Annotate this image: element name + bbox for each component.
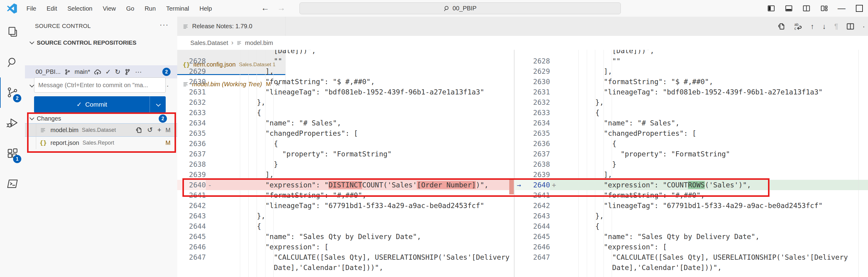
code-line: [Date]))", [206, 50, 514, 56]
line-number-gutter: 2632 [177, 97, 206, 107]
next-change-icon[interactable]: ↓ [823, 22, 826, 31]
git-graph-icon[interactable] [124, 69, 131, 75]
change-row-report.json[interactable]: {}report.jsonSales.ReportM [25, 136, 177, 149]
more-actions-icon[interactable]: · [863, 22, 865, 31]
menu-help[interactable]: Help [194, 0, 217, 17]
branch-name: main* [74, 68, 90, 75]
line-number: 2632 [189, 98, 206, 106]
code-line: "formatString": "#,##0", [206, 190, 514, 201]
diff-row-wrap: Date],'Calendar'[Date]))", [515, 263, 868, 273]
extensions-badge: 1 [13, 155, 21, 163]
menu-terminal[interactable]: Terminal [161, 0, 194, 17]
line-number-gutter [177, 50, 206, 56]
open-file-icon[interactable] [778, 23, 785, 30]
menu-file[interactable]: File [21, 0, 41, 17]
command-center-search[interactable]: 00_PBIP [300, 2, 621, 14]
line-number-gutter: 2629 [515, 66, 550, 76]
toggle-sidebar-icon[interactable] [762, 0, 780, 17]
commit-check-icon[interactable]: ✓ [105, 68, 111, 76]
file-lines-icon [183, 23, 189, 30]
line-number-gutter: 2635 [177, 128, 206, 139]
line-number: 2629 [189, 67, 206, 75]
line-number: 2637 [533, 150, 550, 158]
diff-row-2647: 2647 "CALCULATE([Sales Qty], USERELATION… [515, 252, 868, 263]
line-number: 2644 [189, 222, 206, 230]
diff-row-wrap: [Date]))", [177, 50, 514, 56]
diff-sash[interactable] [514, 50, 515, 277]
code-line: { [550, 139, 868, 149]
commit-dropdown-button[interactable] [150, 96, 166, 113]
nav-forward-icon[interactable]: → [275, 0, 287, 17]
line-number-gutter: 2644 [177, 221, 206, 232]
window-controls: — [762, 0, 868, 17]
toggle-panel-icon[interactable] [780, 0, 798, 17]
chevron-down-icon [30, 82, 34, 88]
line-number-gutter: 2637 [177, 149, 206, 159]
diff-row-2628: 2628 "" [177, 56, 514, 66]
diff-row-2633: 2633 { [515, 107, 868, 118]
diff-row-2638: 2638 } [177, 159, 514, 170]
line-number: 2632 [533, 98, 550, 106]
vscode-logo-icon [7, 3, 17, 14]
diff-row-2631: 2631 "lineageTag": "bdf081eb-1952-439f-9… [515, 87, 868, 97]
maximize-button[interactable] [850, 0, 868, 17]
line-number-gutter [515, 263, 550, 273]
breadcrumb-folder[interactable]: Sales.Dataset [190, 39, 228, 46]
diff-row-2644: 2644 { [515, 221, 868, 232]
diff-row-2634: 2634 "name": "# Sales", [515, 118, 868, 128]
open-file-icon[interactable] [135, 127, 143, 134]
activity-source-control[interactable]: 2 [0, 77, 25, 108]
menu-selection[interactable]: Selection [62, 0, 98, 17]
stage-changes-icon[interactable]: + [157, 126, 161, 134]
menu-run[interactable]: Run [140, 0, 161, 17]
menu-view[interactable]: View [98, 0, 121, 17]
repository-name: 00_PBI... [36, 68, 61, 75]
repository-row[interactable]: 00_PBI... main* ✓ ↻ ··· 2 [25, 65, 177, 78]
code-line: "" [206, 56, 514, 66]
diff-row-2636: 2636 { [177, 139, 514, 149]
menu-go[interactable]: Go [121, 0, 140, 17]
menu-edit[interactable]: Edit [41, 0, 62, 17]
changes-section-header[interactable]: Changes 2 [29, 114, 174, 123]
line-number: 2636 [189, 140, 206, 148]
code-line: { [206, 221, 514, 232]
cloud-upload-icon[interactable] [94, 68, 101, 76]
revert-change-arrow-icon[interactable]: → [517, 180, 521, 190]
refresh-icon[interactable]: ↻ [115, 68, 120, 76]
line-number-gutter: 2645 [515, 232, 550, 242]
commit-button[interactable]: ✓ Commit [34, 96, 166, 113]
search-value: 00_PBIP [453, 5, 477, 12]
split-editor-icon[interactable] [846, 23, 854, 30]
sidebar-more-actions-icon[interactable]: ··· [160, 20, 169, 29]
line-number: 2640 [189, 181, 206, 189]
code-line: "name": "Sales Qty by Delivery Date", [206, 232, 514, 242]
activity-search[interactable] [0, 47, 25, 77]
activity-extensions[interactable]: 1 [0, 138, 25, 169]
code-line: "formatString": "$ #,##0", [550, 76, 868, 87]
repositories-section-header[interactable]: SOURCE CONTROL REPOSITORIES [29, 39, 136, 46]
line-number: 2630 [189, 78, 206, 85]
repo-more-actions-icon[interactable]: ··· [135, 68, 142, 76]
toggle-word-wrap-icon[interactable]: abc [794, 22, 802, 31]
activity-run-debug[interactable] [0, 108, 25, 138]
previous-change-icon[interactable]: ↑ [810, 22, 814, 31]
line-number: 2641 [189, 192, 206, 199]
customize-layout-icon[interactable] [815, 0, 833, 17]
breadcrumb-file[interactable]: model.bim [245, 39, 273, 46]
discard-changes-icon[interactable]: ↺ [147, 126, 153, 134]
diff-row-2632: 2632 }, [515, 97, 868, 107]
activity-explorer[interactable] [0, 17, 25, 47]
nav-back-icon[interactable]: ← [259, 0, 271, 17]
tab-release-notes-1-79-0[interactable]: Release Notes: 1.79.0 [177, 17, 285, 36]
chevron-down-icon [30, 39, 34, 44]
editor-area: Release Notes: 1.79.0{}item.config.jsonS… [177, 17, 868, 277]
minimize-button[interactable]: — [833, 0, 850, 17]
split-editor-layout-icon[interactable] [798, 0, 815, 17]
line-number-gutter: 2646 [177, 242, 206, 252]
activity-terminal[interactable] [0, 169, 25, 199]
show-whitespace-icon[interactable]: ¶ [834, 22, 838, 31]
commit-message-input[interactable] [34, 77, 166, 93]
files-icon [6, 26, 19, 38]
line-number-gutter: 2638 [515, 159, 550, 170]
change-row-model.bim[interactable]: model.bimSales.Dataset↺+M [25, 124, 177, 136]
